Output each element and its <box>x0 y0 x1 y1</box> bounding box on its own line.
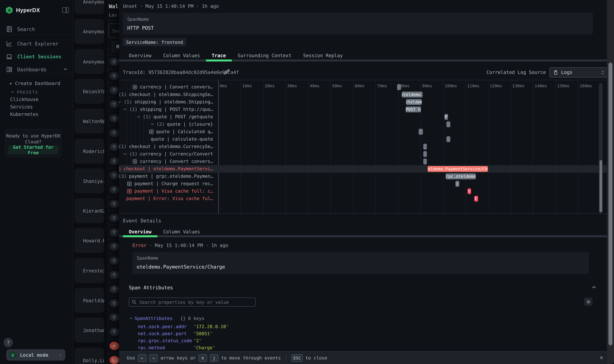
location-pin-icon[interactable] <box>110 171 119 180</box>
trace-tree-row[interactable]: (2) quote | {closure} <box>119 120 614 128</box>
trace-tree-row[interactable]: payment | Error: Visa cache ful… E <box>119 195 614 202</box>
tab-overview[interactable]: Overview <box>123 51 157 59</box>
session-list-item[interactable]: Pearl43@ho <box>75 288 104 313</box>
location-pin-icon[interactable] <box>110 100 119 108</box>
session-list-item[interactable]: Ernesto33@ <box>75 258 104 283</box>
location-pin-icon[interactable] <box>110 299 119 307</box>
sidebar-item-chart-explorer[interactable]: Chart Explorer <box>0 38 73 49</box>
log-source-select[interactable]: Logs <box>549 67 608 78</box>
trace-tree-row[interactable]: (1) shipping | POST http://quo… POST h <box>119 105 614 113</box>
location-pin-icon[interactable] <box>110 58 119 66</box>
location-pin-icon[interactable] <box>110 313 119 322</box>
waterfall-scrollbar-thumb[interactable] <box>599 160 602 212</box>
session-list-item[interactable]: Walton9@ho <box>75 109 104 134</box>
chevron-down-icon[interactable] <box>123 152 127 156</box>
location-pin-icon[interactable] <box>110 185 119 194</box>
location-pin-icon[interactable] <box>110 114 119 123</box>
service-name-chip[interactable]: ServiceName: frontend <box>123 38 186 46</box>
span-bar[interactable]: grpc.oteldemo. <box>446 173 476 179</box>
trace-tree-row[interactable]: payment | Visa cache full: c… V <box>119 187 614 195</box>
create-dashboard-button[interactable]: + Create Dashboard <box>0 79 83 88</box>
session-list-item[interactable]: Anonymous <box>75 0 104 14</box>
chevron-down-icon[interactable] <box>123 107 127 111</box>
trace-tree-row[interactable]: quote | Calculated q… <box>119 128 614 135</box>
location-pin-icon[interactable] <box>110 143 119 151</box>
tab-column-values[interactable]: Column Values <box>157 51 206 59</box>
get-started-button[interactable]: Get Started for Free <box>8 145 58 154</box>
span-bar[interactable] <box>418 129 423 134</box>
event-tab-overview[interactable]: Overview <box>123 227 157 236</box>
location-pin-icon[interactable] <box>110 86 119 94</box>
attribute-row[interactable]: net.sock.peer.addr 172.28.0.10 <box>138 324 229 330</box>
trace-tree-row[interactable]: (3) payment | grpc.oteldemo.Paymen… grpc… <box>119 172 614 180</box>
session-list-item[interactable]: Kieran92@h <box>75 198 104 223</box>
span-bar[interactable] <box>423 143 427 149</box>
session-list-item[interactable]: Anonymous <box>75 49 104 74</box>
span-bar[interactable] <box>423 158 427 164</box>
session-list-item[interactable]: Jonathan.B <box>75 318 104 343</box>
location-pin-icon[interactable] <box>110 72 119 80</box>
span-bar[interactable]: POST h <box>405 106 421 112</box>
preset-kubernetes[interactable]: Kubernetes <box>0 110 83 118</box>
span-bar[interactable]: V <box>467 188 471 194</box>
tab-surrounding-context[interactable]: Surrounding Context <box>232 51 297 59</box>
settings-gear-icon[interactable]: ⚙ <box>584 298 592 306</box>
local-mode-menu[interactable]: U Local mode › <box>6 349 65 361</box>
location-pin-icon[interactable] <box>110 228 119 236</box>
session-list-item[interactable]: Roderick_S <box>75 138 104 164</box>
chevron-down-icon[interactable] <box>137 115 141 119</box>
attribute-row[interactable]: net.sock.peer.port 50051 <box>138 330 212 337</box>
sidebar-item-dashboards[interactable]: Dashboards <box>0 64 73 75</box>
trace-tree-row[interactable]: (1) currency | Currency/Convert <box>119 150 614 157</box>
trace-tree-row[interactable]: (1) checkout | oteldemo.ShippingSe… otel… <box>119 91 614 98</box>
span-bar[interactable]: E <box>474 195 478 202</box>
tab-trace[interactable]: Trace <box>206 51 232 59</box>
swap-icon[interactable] <box>110 342 119 350</box>
attribute-row[interactable]: rpc.method Charge <box>138 344 215 351</box>
attributes-search-input[interactable] <box>129 298 256 306</box>
tab-session-replay[interactable]: Session Replay <box>297 51 349 59</box>
location-pin-icon[interactable] <box>110 157 119 165</box>
event-tab-column-values[interactable]: Column Values <box>157 227 206 236</box>
edit-pencil-icon[interactable] <box>223 68 231 76</box>
session-list-item[interactable]: Anonymous <box>75 19 104 44</box>
location-pin-icon[interactable] <box>110 328 119 336</box>
location-pin-icon[interactable] <box>110 129 119 137</box>
trace-tree-row[interactable]: (1) quote | POST /getquote P <box>119 113 614 120</box>
session-list-item[interactable]: Deion37@gm <box>75 78 104 104</box>
panel-scrollbar-thumb[interactable] <box>608 63 612 345</box>
span-bar[interactable] <box>446 121 450 127</box>
span-bar[interactable]: ( <box>455 181 459 187</box>
trace-tree-row[interactable]: (1) checkout | oteldemo.CurrencySe… <box>119 143 614 150</box>
attribute-row[interactable]: rpc.grpc.status_code 2 <box>138 338 202 344</box>
session-list-item[interactable]: Howard.Run <box>75 228 104 253</box>
help-button[interactable]: ? <box>3 338 13 347</box>
trace-tree-row[interactable]: payment | Charge request rec… ( <box>119 180 614 187</box>
session-list-item[interactable]: Shaniya.Sc <box>75 168 104 193</box>
location-pin-icon[interactable] <box>110 271 119 279</box>
terminal-icon[interactable] <box>110 356 119 364</box>
trace-tree-row[interactable]: (1) shipping | oteldemo.Shipping… otelde… <box>119 98 614 105</box>
sidebar-item-client-sessions[interactable]: Client Sessions <box>0 51 73 62</box>
close-icon[interactable]: ✕ <box>598 353 605 361</box>
session-list-item[interactable]: Dolly.Lubo <box>75 348 104 364</box>
sidebar-item-search[interactable]: Search <box>0 23 73 35</box>
collapse-section-icon[interactable] <box>591 285 597 290</box>
chevron-down-icon[interactable] <box>150 122 154 126</box>
span-bar[interactable]: oteldemo.PaymentService/Char <box>428 166 488 172</box>
attributes-root-toggle[interactable]: ▾ SpanAttributes {} 6 keys <box>130 315 204 321</box>
trace-tree-row[interactable]: currency | Convert convers… <box>119 83 614 91</box>
chevron-down-icon[interactable] <box>119 100 122 104</box>
location-pin-icon[interactable] <box>110 257 119 265</box>
trace-tree-row[interactable]: currency | Convert convers… <box>119 157 614 165</box>
collapse-sidebar-icon[interactable] <box>62 7 69 13</box>
span-bar[interactable] <box>397 84 401 90</box>
span-bar[interactable]: P <box>444 114 448 120</box>
span-bar[interactable] <box>423 151 427 157</box>
location-pin-icon[interactable] <box>110 242 119 250</box>
location-pin-icon[interactable] <box>110 285 119 293</box>
span-bar[interactable]: oteldem <box>406 99 422 105</box>
span-bar[interactable]: oteldemo. <box>402 91 422 97</box>
location-pin-icon[interactable] <box>110 214 119 222</box>
location-pin-icon[interactable] <box>110 200 119 208</box>
